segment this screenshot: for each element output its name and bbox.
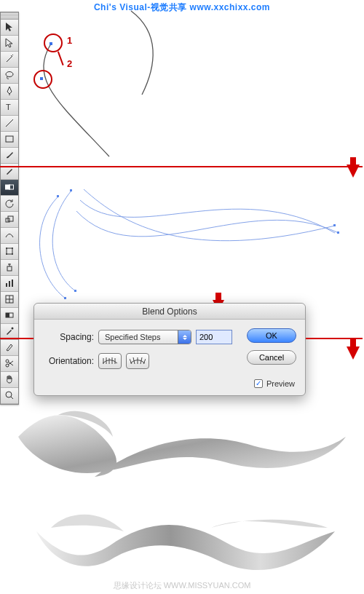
flow-arrow-1 bbox=[347, 165, 360, 178]
rotate-icon bbox=[4, 198, 15, 210]
symbol-sprayer-icon bbox=[4, 262, 15, 274]
svg-rect-37 bbox=[337, 231, 339, 234]
tool-type[interactable]: T bbox=[1, 100, 18, 116]
orientation-align-path-button[interactable] bbox=[126, 353, 149, 369]
tool-zoom[interactable] bbox=[1, 388, 18, 404]
tool-rectangle[interactable] bbox=[1, 132, 18, 148]
lasso-icon bbox=[4, 70, 15, 82]
svg-rect-22 bbox=[6, 313, 9, 317]
svg-point-0 bbox=[6, 71, 13, 76]
spacing-mode-value: Specified Steps bbox=[105, 333, 160, 341]
scissors-icon bbox=[4, 358, 15, 370]
tool-scissors[interactable] bbox=[1, 356, 18, 372]
spacing-mode-select[interactable]: Specified Steps bbox=[98, 330, 191, 344]
preview-label: Preview bbox=[266, 379, 295, 388]
blend-icon bbox=[4, 182, 15, 194]
svg-point-12 bbox=[6, 253, 7, 255]
spacing-label: Spacing: bbox=[43, 332, 94, 342]
tool-lasso[interactable] bbox=[1, 68, 18, 84]
svg-point-11 bbox=[12, 248, 13, 249]
tool-hand[interactable] bbox=[1, 372, 18, 388]
svg-point-13 bbox=[12, 253, 13, 255]
tool-paintbrush[interactable] bbox=[1, 148, 18, 164]
flow-arrow-2 bbox=[347, 346, 360, 360]
toolbox-grip[interactable] bbox=[1, 12, 18, 20]
annotation-label-2: 2 bbox=[67, 58, 72, 69]
svg-line-3 bbox=[6, 119, 13, 127]
free-transform-icon bbox=[4, 246, 15, 258]
tool-gradient[interactable] bbox=[1, 308, 18, 324]
dialog-title: Blend Options bbox=[34, 304, 305, 320]
selection-icon bbox=[4, 22, 15, 33]
svg-rect-15 bbox=[6, 283, 7, 287]
scale-icon bbox=[4, 214, 15, 226]
tool-slice[interactable] bbox=[1, 340, 18, 356]
annotation-circle-2 bbox=[33, 70, 52, 89]
paintbrush-icon bbox=[4, 150, 15, 162]
svg-point-28 bbox=[6, 392, 12, 397]
slice-icon bbox=[4, 342, 15, 354]
svg-line-29 bbox=[11, 397, 13, 399]
hand-icon bbox=[4, 374, 15, 386]
cancel-button[interactable]: Cancel bbox=[247, 350, 296, 365]
svg-rect-17 bbox=[12, 280, 13, 287]
tool-magic-wand[interactable] bbox=[1, 52, 18, 68]
line-icon bbox=[4, 118, 15, 130]
svg-rect-16 bbox=[9, 281, 10, 287]
preview-checkbox[interactable]: ✓ bbox=[254, 379, 263, 388]
svg-rect-35 bbox=[74, 290, 76, 292]
svg-point-10 bbox=[6, 248, 7, 249]
tool-direct-selection[interactable] bbox=[1, 36, 18, 52]
type-icon: T bbox=[4, 102, 15, 114]
ok-button[interactable]: OK bbox=[247, 328, 296, 343]
graph-icon bbox=[4, 278, 15, 290]
magic-wand-icon bbox=[4, 54, 15, 66]
tool-line[interactable] bbox=[1, 116, 18, 132]
blend-result-2 bbox=[29, 502, 342, 582]
orientation-label: Orientation: bbox=[43, 356, 94, 366]
svg-rect-32 bbox=[57, 195, 59, 197]
direct-selection-icon bbox=[4, 38, 15, 50]
steps-input[interactable] bbox=[196, 330, 232, 344]
separator-2 bbox=[0, 338, 33, 339]
panel2-paths bbox=[15, 182, 349, 306]
svg-rect-36 bbox=[333, 224, 336, 226]
credit-text: Chi's Visual-视觉共享 www.xxchixx.com bbox=[0, 1, 364, 14]
zoom-icon bbox=[4, 390, 15, 402]
blend-options-dialog: Blend Options Spacing: Specified Steps O… bbox=[33, 303, 306, 396]
tool-pen[interactable] bbox=[1, 84, 18, 100]
watermark: 思缘设计论坛 WWW.MISSYUAN.COM bbox=[0, 580, 364, 591]
svg-rect-34 bbox=[64, 297, 66, 299]
svg-rect-4 bbox=[6, 136, 13, 142]
gradient-icon bbox=[4, 310, 15, 322]
orientation-align-page-button[interactable] bbox=[98, 353, 122, 369]
blend-result-1 bbox=[15, 404, 349, 488]
separator-1 bbox=[0, 166, 363, 167]
mesh-icon bbox=[4, 294, 15, 306]
pen-icon bbox=[4, 86, 15, 98]
tool-selection[interactable] bbox=[1, 20, 18, 36]
annotation-label-1: 1 bbox=[67, 35, 72, 46]
svg-rect-14 bbox=[7, 266, 12, 271]
warp-icon bbox=[4, 230, 15, 242]
rectangle-icon bbox=[4, 134, 15, 146]
svg-text:T: T bbox=[6, 103, 11, 111]
svg-rect-33 bbox=[70, 189, 72, 191]
svg-point-23 bbox=[12, 327, 14, 329]
annotation-circle-1 bbox=[44, 33, 63, 52]
svg-rect-9 bbox=[7, 248, 12, 254]
select-stepper-icon bbox=[178, 330, 191, 344]
eyedropper-icon bbox=[4, 326, 15, 338]
